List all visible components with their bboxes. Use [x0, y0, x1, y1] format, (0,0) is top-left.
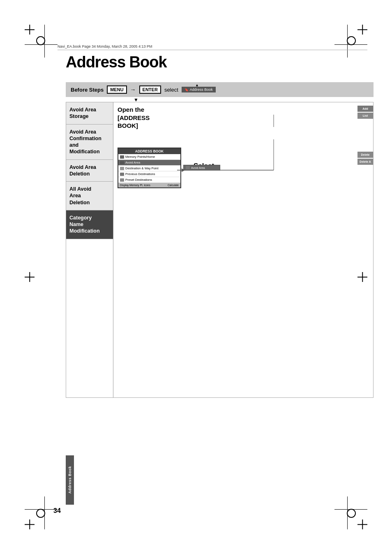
- reg-mark-tr: [357, 25, 367, 35]
- popup-item-prev[interactable]: Previous Destinations: [118, 171, 180, 177]
- popup-item-avoid[interactable]: Avoid Area: [118, 160, 180, 166]
- enter-button[interactable]: ENTER: [139, 85, 161, 94]
- add-button[interactable]: Add: [357, 106, 373, 112]
- arrow-icon: →: [130, 86, 136, 93]
- sub-popup: Avoid Area: [183, 165, 220, 171]
- step-avoid-area-storage[interactable]: Avoid AreaStorage: [66, 102, 113, 125]
- reg-circle-tl: [36, 36, 45, 45]
- reg-mark-br: [357, 519, 367, 529]
- page-header: Navi_EA.book Page 34 Monday, March 28, 2…: [58, 44, 367, 50]
- right-buttons: Add List Delete Delete A: [357, 102, 373, 397]
- corner-line: [334, 509, 367, 510]
- side-tab: Address Book: [66, 455, 74, 505]
- reg-circle-tr: [347, 36, 356, 45]
- corner-line: [25, 44, 58, 45]
- corner-line: [44, 25, 45, 58]
- reg-circle-bl: [36, 509, 45, 518]
- side-tab-label: Address Book: [68, 466, 72, 494]
- popup-item-home[interactable]: Memory Points/Home: [118, 154, 180, 160]
- steps-column: Avoid AreaStorage Avoid AreaConfirmation…: [66, 102, 113, 397]
- corner-line: [347, 496, 348, 529]
- before-steps-label: Before Steps: [71, 87, 104, 93]
- popup-header: ADDRESS BOOK: [118, 148, 180, 154]
- address-book-popup: ADDRESS BOOK Memory Points/Home Avoid Ar…: [118, 148, 181, 188]
- delete-all-button[interactable]: Delete A: [357, 159, 373, 165]
- step-all-avoid-area-deletion[interactable]: All AvoidAreaDeletion: [66, 182, 113, 210]
- avoid-icon: [120, 161, 124, 164]
- reg-circle-br: [347, 509, 356, 518]
- page-number: 34: [53, 507, 61, 515]
- content-area: Avoid AreaStorage Avoid AreaConfirmation…: [66, 102, 374, 398]
- popup-item-preset[interactable]: Preset Destinations: [118, 177, 180, 183]
- before-steps-bar: Before Steps MENU → ENTER select 🔖 Addre…: [66, 82, 374, 97]
- popup-footer: Display Memory Pt. Icons Calculate: [118, 183, 180, 187]
- preset-icon: [120, 178, 124, 182]
- step-avoid-area-deletion[interactable]: Avoid AreaDeletion: [66, 160, 113, 182]
- main-content: Open the[ADDRESSBOOK] ADDRESS BOOK Memor…: [113, 102, 373, 397]
- corner-line: [44, 496, 45, 529]
- open-title: Open the[ADDRESSBOOK]: [118, 106, 150, 130]
- list-button[interactable]: List: [357, 113, 373, 119]
- open-section: Open the[ADDRESSBOOK]: [118, 106, 150, 130]
- step-category-name-modification[interactable]: CategoryNameModification: [66, 210, 113, 239]
- up-arrow: ▲: [195, 83, 199, 87]
- dest-icon: [120, 167, 124, 170]
- reg-mark-mid-left: [25, 272, 35, 282]
- prev-icon: [120, 173, 124, 176]
- reg-mark-bl: [25, 519, 35, 529]
- home-icon: [120, 155, 124, 159]
- page-title: Address Book: [66, 53, 167, 71]
- address-book-badge: 🔖 Address Book: [182, 87, 216, 92]
- delete-button[interactable]: Delete: [357, 152, 373, 158]
- reg-mark-tl: [25, 25, 35, 35]
- select-text: select: [164, 87, 178, 93]
- popup-item-dest[interactable]: Destination & Way Point: [118, 166, 180, 171]
- corner-line: [347, 25, 348, 58]
- menu-button[interactable]: MENU: [107, 85, 127, 94]
- step-avoid-area-confirmation[interactable]: Avoid AreaConfirmationandModification: [66, 125, 113, 160]
- corner-line: [25, 509, 58, 510]
- sub-item-avoid[interactable]: Avoid Area: [184, 165, 220, 170]
- connectors: [113, 102, 373, 397]
